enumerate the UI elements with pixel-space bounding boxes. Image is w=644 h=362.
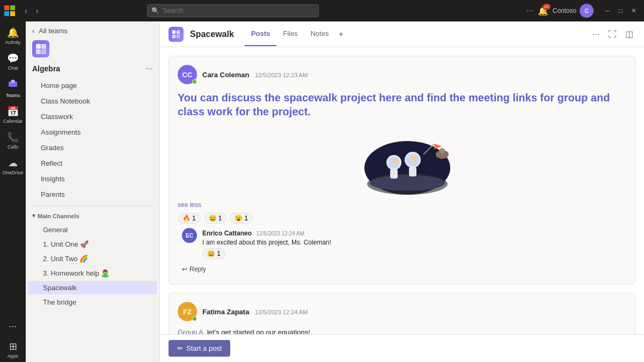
channel-spacewalk[interactable]: Spacewalk: [28, 281, 157, 294]
all-teams-back[interactable]: ‹ All teams: [26, 21, 159, 40]
bottom-bar: ✏ Start a post: [160, 334, 644, 362]
channel-homework-help[interactable]: 3. Homework help 🧟‍♂️: [28, 267, 157, 280]
tab-files[interactable]: Files: [276, 22, 304, 46]
sidebar-item-onedrive[interactable]: ☁ OneDrive: [1, 154, 25, 179]
calendar-icon: 📅: [7, 106, 19, 117]
main-area: 🔔 Activity 💬 Chat Teams 📅 Calendar 📞 Cal…: [0, 21, 644, 362]
sidebar-item-more[interactable]: ···: [1, 317, 25, 336]
svg-point-34: [440, 148, 445, 153]
channel-the-bridge[interactable]: The bridge: [28, 295, 157, 309]
svg-rect-26: [390, 169, 398, 179]
tab-posts[interactable]: Posts: [245, 22, 276, 46]
nav-assignments[interactable]: Assignments: [28, 125, 157, 139]
post-header: CC Cara Coleman 12/5/2023 12:23 AM: [178, 65, 626, 84]
reply-item: EC Enrico Cattaneo 12/5/2023 12:24 AM I …: [178, 228, 626, 259]
sidebar-item-activity[interactable]: 🔔 Activity: [1, 24, 25, 48]
nav-class-notebook[interactable]: Class Notebook: [28, 94, 157, 108]
reply-author: Enrico Cattaneo: [202, 230, 252, 237]
nav-reflect[interactable]: Reflect: [28, 156, 157, 171]
side-panel-button[interactable]: ◫: [623, 27, 635, 41]
reactions: 🔥 1 😄 1 😮 1: [178, 213, 626, 224]
nav-classwork[interactable]: Classwork: [28, 109, 157, 124]
nav-parents[interactable]: Parents: [28, 187, 157, 202]
svg-point-17: [369, 135, 370, 136]
svg-marker-32: [434, 144, 442, 149]
search-input[interactable]: [147, 4, 319, 17]
see-less-link[interactable]: see less: [178, 201, 626, 209]
notifications-button[interactable]: 🔔 15: [538, 6, 548, 16]
post-avatar: CC: [178, 65, 197, 84]
start-post-button[interactable]: ✏ Start a post: [169, 340, 230, 357]
team-name-section: Algebra ···: [26, 60, 159, 78]
svg-rect-9: [36, 49, 41, 54]
team-more-button[interactable]: ···: [146, 64, 153, 73]
svg-rect-7: [36, 44, 41, 49]
reply-text: I am excited about this project, Ms. Col…: [202, 239, 626, 246]
restore-button[interactable]: □: [616, 6, 626, 16]
sidebar-item-teams[interactable]: Teams: [1, 75, 25, 101]
nav-arrows: ‹ ›: [21, 5, 41, 16]
channel-title: Spacewalk: [190, 29, 234, 39]
reply-reaction-btn[interactable]: 😄 1: [202, 248, 225, 259]
post-image: [178, 125, 626, 195]
close-button[interactable]: ✕: [628, 6, 640, 16]
sidebar-item-calendar[interactable]: 📅 Calendar: [1, 102, 25, 127]
tab-notes[interactable]: Notes: [304, 22, 335, 46]
back-button[interactable]: ‹: [21, 5, 31, 16]
reaction-wow[interactable]: 😮 1: [230, 213, 253, 224]
more-icon: ···: [9, 321, 17, 332]
more-options-button[interactable]: ···: [590, 27, 602, 41]
team-title: Algebra: [32, 64, 60, 73]
nav-insights[interactable]: Insights: [28, 172, 157, 186]
notification-badge: 15: [543, 4, 551, 10]
reply-avatar: EC: [182, 228, 197, 243]
chevron-down-icon: ▾: [32, 212, 35, 219]
sidebar: ‹ All teams Algebra ··· Home page Class …: [26, 21, 160, 362]
avatar: C: [580, 4, 594, 18]
svg-rect-8: [41, 44, 46, 49]
search-icon: 🔍: [151, 7, 159, 14]
svg-point-25: [393, 159, 398, 164]
post-author: Cara Coleman: [202, 71, 249, 79]
header-tabs: Posts Files Notes +: [245, 22, 347, 46]
sidebar-item-calls[interactable]: 📞 Calls: [1, 128, 25, 153]
onedrive-icon: ☁: [8, 157, 18, 169]
chat-icon: 💬: [7, 53, 19, 64]
post-time: 12/5/2023 12:23 AM: [255, 72, 308, 78]
window-controls: ─ □ ✕: [602, 6, 640, 16]
svg-rect-30: [409, 167, 416, 176]
forward-button[interactable]: ›: [33, 5, 42, 16]
reply-button[interactable]: ↩ Reply: [178, 263, 210, 275]
minimize-button[interactable]: ─: [602, 6, 613, 16]
svg-point-6: [12, 80, 14, 83]
sidebar-item-apps[interactable]: ⊞ Apps: [1, 337, 25, 362]
channel-unit-one[interactable]: 1. Unit One 🚀: [28, 238, 157, 251]
nav-home-page[interactable]: Home page: [28, 78, 157, 93]
user-area[interactable]: Contoso C: [553, 4, 594, 18]
ms-logo-icon: [4, 5, 15, 16]
user-name: Contoso: [553, 7, 577, 14]
svg-point-19: [383, 130, 384, 131]
more-options-icon[interactable]: ···: [526, 6, 533, 16]
reply-body: Enrico Cattaneo 12/5/2023 12:24 AM I am …: [202, 228, 626, 259]
mention-link[interactable]: Group A: [178, 328, 203, 334]
reaction-laugh[interactable]: 😄 1: [204, 213, 227, 224]
online-indicator: [192, 79, 197, 84]
svg-rect-1: [10, 5, 15, 10]
reply-section: EC Enrico Cattaneo 12/5/2023 12:24 AM I …: [178, 228, 626, 275]
channel-general[interactable]: General: [28, 223, 157, 237]
svg-point-21: [364, 151, 365, 152]
channels-header[interactable]: ▾ Main Channels: [26, 209, 159, 223]
nav-grades[interactable]: Grades: [28, 141, 157, 155]
svg-rect-0: [4, 5, 9, 10]
channel-unit-two[interactable]: 2. Unit Two 🌈: [28, 252, 157, 265]
expand-button[interactable]: ⛶: [606, 27, 619, 41]
reaction-fire[interactable]: 🔥 1: [178, 213, 201, 224]
reply-time: 12/5/2023 12:24 AM: [256, 231, 304, 237]
channels-header-label: Main Channels: [38, 213, 79, 219]
sidebar-item-chat[interactable]: 💬 Chat: [1, 49, 25, 74]
add-tab-button[interactable]: +: [335, 22, 347, 46]
svg-rect-10: [41, 49, 46, 54]
reply-icon: ↩: [182, 265, 187, 273]
post-meta: Cara Coleman 12/5/2023 12:23 AM: [202, 70, 626, 79]
